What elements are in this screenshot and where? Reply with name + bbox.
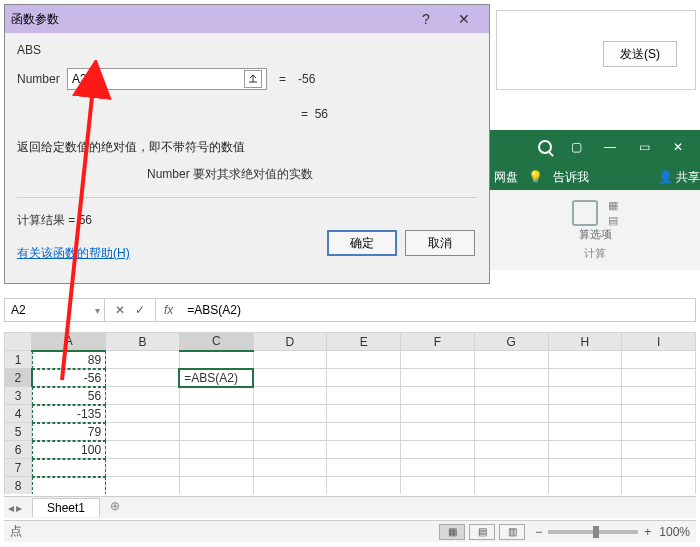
row-header[interactable]: 3 [5,387,32,405]
window-close-icon[interactable]: ✕ [668,137,688,157]
cell[interactable] [548,387,622,405]
cell[interactable] [253,369,327,387]
share-button[interactable]: 👤 共享 [658,169,700,186]
cell[interactable] [327,423,401,441]
cell[interactable] [548,351,622,369]
cell[interactable] [548,441,622,459]
cell[interactable] [401,459,475,477]
cell[interactable] [401,477,475,495]
sheet-tab[interactable]: Sheet1 [32,498,100,517]
cell[interactable] [474,387,548,405]
window-maximize-icon[interactable]: ▭ [634,137,654,157]
col-header[interactable]: G [474,333,548,351]
cell[interactable]: 89 [32,351,106,369]
help-icon[interactable]: ? [407,5,445,33]
cancel-formula-icon[interactable]: ✕ [115,303,125,317]
zoom-in-icon[interactable]: + [644,525,651,539]
col-header[interactable]: E [327,333,401,351]
cell[interactable] [32,477,106,495]
ribbon-tab-wangpan[interactable]: 网盘 [494,169,518,186]
row-header[interactable]: 7 [5,459,32,477]
cell[interactable] [401,441,475,459]
cell[interactable] [401,351,475,369]
col-header[interactable]: C [179,333,253,351]
number-arg-input[interactable] [72,72,244,86]
row-header[interactable]: 4 [5,405,32,423]
cell[interactable] [401,387,475,405]
cell[interactable] [106,387,180,405]
cell[interactable] [253,387,327,405]
cell[interactable] [253,459,327,477]
cell[interactable]: -56 [32,369,106,387]
col-header[interactable]: D [253,333,327,351]
view-layout-icon[interactable]: ▤ [469,524,495,540]
cell[interactable] [401,369,475,387]
search-icon[interactable] [538,140,552,154]
cell[interactable] [622,405,696,423]
cell[interactable] [622,477,696,495]
fx-icon[interactable]: fx [156,303,181,317]
cell[interactable] [474,459,548,477]
cell[interactable] [327,369,401,387]
cell[interactable]: 56 [32,387,106,405]
row-header[interactable]: 6 [5,441,32,459]
sheet-nav-next-icon[interactable]: ▸ [16,501,22,515]
cell[interactable] [474,405,548,423]
dialog-title-bar[interactable]: 函数参数 ? ✕ [5,5,489,33]
cell[interactable] [474,423,548,441]
cell[interactable] [622,423,696,441]
cell[interactable] [327,441,401,459]
calc-now-icon[interactable]: ▦ [608,199,618,212]
cell[interactable] [401,405,475,423]
cell[interactable] [253,441,327,459]
col-header[interactable]: H [548,333,622,351]
cell[interactable] [622,459,696,477]
col-header[interactable]: I [622,333,696,351]
cell[interactable] [474,351,548,369]
cell[interactable] [106,351,180,369]
cell[interactable] [622,369,696,387]
col-header[interactable]: A [32,333,106,351]
cell[interactable] [32,459,106,477]
view-normal-icon[interactable]: ▦ [439,524,465,540]
cell[interactable] [106,477,180,495]
close-icon[interactable]: ✕ [445,5,483,33]
cell[interactable] [401,423,475,441]
spreadsheet-grid[interactable]: ABCDEFGHI1892-56=ABS(A2)3564-13557961007… [4,332,696,494]
enter-formula-icon[interactable]: ✓ [135,303,145,317]
cell[interactable] [106,369,180,387]
view-pagebreak-icon[interactable]: ▥ [499,524,525,540]
cell[interactable] [106,441,180,459]
cell[interactable] [622,387,696,405]
cell[interactable] [548,423,622,441]
zoom-out-icon[interactable]: − [535,525,542,539]
cell[interactable] [253,405,327,423]
row-header[interactable]: 8 [5,477,32,495]
cell[interactable] [253,351,327,369]
cell[interactable] [622,441,696,459]
window-minimize-icon[interactable]: — [600,137,620,157]
row-header[interactable]: 2 [5,369,32,387]
row-header[interactable]: 5 [5,423,32,441]
zoom-slider[interactable] [548,530,638,534]
zoom-level[interactable]: 100% [659,525,690,539]
col-header[interactable]: B [106,333,180,351]
formula-input[interactable]: =ABS(A2) [181,303,695,317]
name-box[interactable]: A2 [5,299,105,321]
cell[interactable]: -135 [32,405,106,423]
cell[interactable] [179,387,253,405]
cell[interactable]: 79 [32,423,106,441]
cell[interactable] [179,441,253,459]
cell[interactable] [327,459,401,477]
cell[interactable] [179,477,253,495]
cell[interactable] [327,387,401,405]
cell[interactable] [327,351,401,369]
cell[interactable] [474,477,548,495]
cell[interactable] [548,477,622,495]
cell[interactable] [548,405,622,423]
cell[interactable] [179,351,253,369]
row-header[interactable]: 1 [5,351,32,369]
function-help-link[interactable]: 有关该函数的帮助(H) [17,245,130,262]
cell[interactable]: =ABS(A2) [179,369,253,387]
cell[interactable] [474,441,548,459]
